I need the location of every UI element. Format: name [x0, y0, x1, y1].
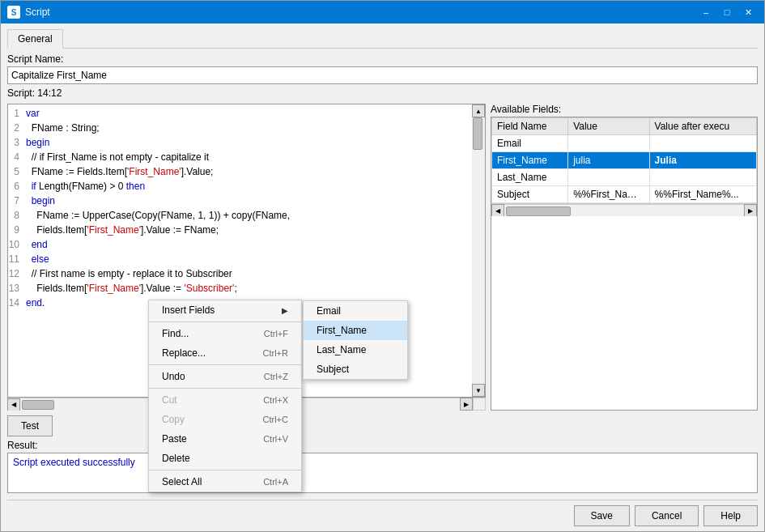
- insert-fields-arrow: ▶: [282, 306, 288, 315]
- find-shortcut: Ctrl+F: [264, 329, 288, 338]
- code-line-12: 12 // First name is empty - replace it t…: [8, 266, 472, 281]
- result-label: Result:: [7, 440, 758, 451]
- maximize-button[interactable]: □: [717, 4, 737, 20]
- context-menu-item-undo[interactable]: Undo Ctrl+Z: [149, 367, 301, 386]
- window-body: General Script Name: Script: 14:12 1 var: [1, 23, 764, 531]
- delete-label: Delete: [162, 453, 190, 464]
- context-menu-item-delete[interactable]: Delete: [149, 449, 301, 468]
- submenu-item-firstname[interactable]: First_Name: [304, 321, 407, 340]
- script-name-label: Script Name:: [7, 53, 758, 65]
- submenu-item-lastname[interactable]: Last_Name: [304, 340, 407, 360]
- code-line-3: 3 begin: [8, 135, 472, 150]
- script-name-row: Script Name:: [7, 53, 758, 84]
- fields-hscroll-right[interactable]: ▶: [744, 204, 757, 216]
- vscroll-thumb[interactable]: [473, 117, 482, 150]
- script-name-input[interactable]: [7, 66, 758, 84]
- context-menu-item-selectall[interactable]: Select All Ctrl+A: [149, 472, 301, 492]
- code-line-10: 10 end: [8, 237, 472, 252]
- hscroll-left-btn[interactable]: ◀: [7, 398, 20, 411]
- script-line-label: Script: 14:12: [7, 87, 758, 99]
- context-menu-item-find[interactable]: Find... Ctrl+F: [149, 324, 301, 343]
- right-panel: Available Fields: Field Name Value Value…: [491, 104, 758, 411]
- window-icon: S: [7, 6, 20, 19]
- fields-table-wrapper: Field Name Value Value after execu Email: [491, 117, 758, 411]
- field-name-subject: Subject: [492, 186, 568, 203]
- submenu-item-subject[interactable]: Subject: [304, 360, 407, 379]
- field-value-firstname: julia: [568, 152, 649, 169]
- field-name-email: Email: [492, 135, 568, 152]
- menu-sep-2: [149, 364, 301, 365]
- menu-sep-1: [149, 321, 301, 322]
- field-value-subject: %%First_Name%%, do...: [568, 186, 649, 203]
- footer-buttons: Save Cancel Help: [7, 500, 758, 526]
- field-name-firstname: First_Name: [492, 152, 568, 169]
- context-menu-item-insert-fields[interactable]: Insert Fields ▶ Email First_Name Last_Na…: [149, 300, 301, 320]
- context-menu: Insert Fields ▶ Email First_Name Last_Na…: [148, 300, 302, 492]
- find-label: Find...: [162, 328, 189, 339]
- insert-fields-label: Insert Fields: [162, 304, 215, 316]
- context-menu-item-paste[interactable]: Paste Ctrl+V: [149, 429, 301, 449]
- close-button[interactable]: ✕: [738, 4, 758, 20]
- bottom-area: Test Result: Script executed successfull…: [7, 415, 758, 493]
- copy-shortcut: Ctrl+C: [263, 415, 288, 424]
- minimize-button[interactable]: –: [696, 4, 716, 20]
- selectall-label: Select All: [162, 476, 202, 487]
- menu-sep-4: [149, 470, 301, 470]
- paste-label: Paste: [162, 433, 187, 445]
- field-after-email: [649, 135, 756, 152]
- context-menu-item-copy: Copy Ctrl+C: [149, 410, 301, 429]
- available-fields-label: Available Fields:: [491, 104, 758, 115]
- vscroll-track[interactable]: [472, 117, 485, 384]
- vscroll-down-btn[interactable]: ▼: [472, 384, 485, 397]
- hscroll-right-btn[interactable]: ▶: [460, 398, 473, 411]
- window-controls: – □ ✕: [696, 4, 758, 20]
- code-line-13: 13 Fields.Item['First_Name'].Value := 'S…: [8, 281, 472, 296]
- scroll-corner: [473, 398, 486, 411]
- field-after-subject: %%First_Name%...: [649, 186, 756, 203]
- fields-hscroll-thumb[interactable]: [506, 206, 571, 216]
- tab-general[interactable]: General: [7, 29, 63, 49]
- window-title: Script: [25, 6, 696, 18]
- result-box: Script executed successfully: [7, 453, 758, 493]
- title-bar: S Script – □ ✕: [1, 1, 764, 23]
- replace-label: Replace...: [162, 347, 206, 359]
- result-text: Script executed successfully: [13, 457, 135, 468]
- tab-bar: General: [7, 28, 758, 49]
- copy-label: Copy: [162, 414, 185, 425]
- cancel-button[interactable]: Cancel: [635, 505, 699, 526]
- replace-shortcut: Ctrl+R: [263, 348, 288, 358]
- cut-shortcut: Ctrl+X: [263, 395, 288, 405]
- code-vscrollbar: ▲ ▼: [472, 104, 485, 397]
- script-window: S Script – □ ✕ General Script Name: Scri…: [0, 0, 765, 532]
- context-menu-item-replace[interactable]: Replace... Ctrl+R: [149, 343, 301, 363]
- selectall-shortcut: Ctrl+A: [263, 477, 288, 487]
- fields-row-lastname[interactable]: Last_Name: [492, 169, 757, 186]
- fields-row-subject[interactable]: Subject %%First_Name%%, do... %%First_Na…: [492, 186, 757, 203]
- fields-row-email[interactable]: Email: [492, 135, 757, 152]
- code-line-7: 7 begin: [8, 194, 472, 208]
- code-line-9: 9 Fields.Item['First_Name'].Value := FNa…: [8, 223, 472, 237]
- fields-scroll-area[interactable]: Field Name Value Value after execu Email: [491, 117, 757, 203]
- fields-table-area: Field Name Value Value after execu Email: [491, 117, 757, 216]
- hscroll-thumb[interactable]: [22, 400, 54, 410]
- undo-shortcut: Ctrl+Z: [264, 372, 288, 381]
- fields-hscroll: ◀ ▶: [491, 203, 757, 216]
- code-line-1: 1 var: [8, 106, 472, 121]
- submenu-item-email[interactable]: Email: [304, 301, 407, 321]
- field-after-firstname: Julia: [649, 152, 756, 169]
- test-button[interactable]: Test: [7, 415, 53, 436]
- field-after-lastname: [649, 169, 756, 186]
- code-line-11: 11 else: [8, 252, 472, 266]
- field-name-lastname: Last_Name: [492, 169, 568, 186]
- cut-label: Cut: [162, 394, 177, 406]
- fields-hscroll-left[interactable]: ◀: [491, 204, 504, 216]
- field-after-header: Value after execu: [649, 118, 756, 135]
- code-line-8: 8 FName := UpperCase(Copy(FName, 1, 1)) …: [8, 208, 472, 223]
- fields-hscroll-track[interactable]: [504, 204, 744, 216]
- vscroll-up-btn[interactable]: ▲: [472, 104, 485, 117]
- fields-header-row: Field Name Value Value after execu: [492, 118, 757, 135]
- help-button[interactable]: Help: [703, 505, 758, 526]
- fields-row-firstname[interactable]: First_Name julia Julia: [492, 152, 757, 169]
- save-button[interactable]: Save: [574, 505, 630, 526]
- field-name-header: Field Name: [492, 118, 568, 135]
